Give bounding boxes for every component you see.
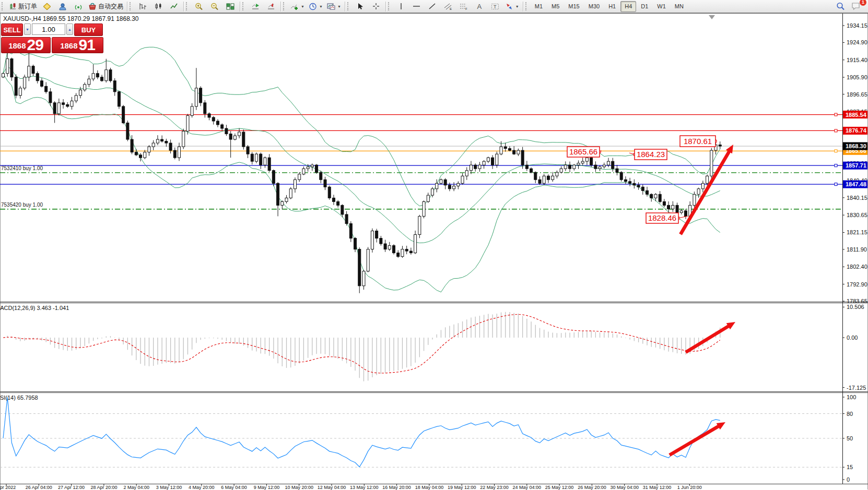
chart-canvas[interactable]: 1934.151924.901915.401905.901896.651887.… (0, 0, 868, 490)
position-label-1[interactable]: 7532410 buy 1.00 (1, 165, 43, 171)
svg-text:1 Jun 20:00: 1 Jun 20:00 (677, 485, 702, 490)
toolbar-grip[interactable] (525, 2, 529, 10)
toolbar-grip[interactable] (388, 2, 392, 10)
tile-windows-button[interactable] (222, 1, 238, 13)
templates-icon (327, 3, 335, 10)
volume-up-button[interactable]: ▲ (66, 23, 73, 35)
svg-text:Apr 2022: Apr 2022 (0, 485, 16, 490)
timeframe-M15[interactable]: M15 (564, 1, 583, 12)
arrows-tool-button[interactable]: ▼ (503, 1, 521, 13)
bar-chart-icon (139, 3, 147, 10)
auto-trading-button[interactable]: 自动交易 (86, 1, 125, 13)
timeframe-MN[interactable]: MN (671, 1, 688, 12)
vertical-line-button[interactable] (393, 1, 409, 13)
channel-icon: E (444, 3, 452, 10)
svg-text:1905.90: 1905.90 (847, 74, 867, 80)
svg-text:4 May 20:00: 4 May 20:00 (189, 485, 215, 490)
buy-price-small: 1868 (60, 40, 77, 52)
svg-text:10 May 20:00: 10 May 20:00 (285, 485, 313, 490)
svg-text:1934.15: 1934.15 (847, 22, 867, 29)
search-button[interactable] (832, 1, 848, 13)
crosshair-button[interactable] (368, 1, 384, 13)
toolbar-separator (183, 2, 184, 11)
svg-text:9 May 12:00: 9 May 12:00 (254, 485, 280, 490)
bar-chart-button[interactable] (135, 1, 150, 13)
zoom-in-button[interactable] (191, 1, 207, 13)
position-label-2[interactable]: 7535420 buy 1.00 (1, 202, 43, 208)
svg-text:10.506: 10.506 (847, 304, 864, 310)
volume-input[interactable] (32, 23, 65, 35)
periods-button[interactable]: ▼ (307, 1, 325, 13)
metaeditor-button[interactable] (39, 1, 55, 13)
timeframe-H1[interactable]: H1 (604, 1, 620, 12)
trendline-button[interactable] (425, 1, 440, 13)
dropdown-caret: ▼ (301, 5, 304, 8)
svg-text:30 May 04:00: 30 May 04:00 (610, 485, 639, 490)
text-label-button[interactable]: T (487, 1, 503, 13)
svg-text:22 May 23:00: 22 May 23:00 (480, 485, 509, 490)
text-icon: A (477, 3, 482, 10)
sell-button[interactable]: SELL (1, 23, 23, 36)
svg-text:1783.65: 1783.65 (847, 298, 867, 304)
timeframe-W1[interactable]: W1 (653, 1, 670, 12)
svg-text:25 May 12:00: 25 May 12:00 (545, 485, 574, 490)
svg-text:1821.15: 1821.15 (847, 229, 867, 235)
volume-down-button[interactable]: ▼ (24, 23, 31, 35)
channel-button[interactable]: E (440, 1, 456, 13)
svg-text:31 May 12:00: 31 May 12:00 (643, 485, 672, 490)
svg-text:1828.46: 1828.46 (648, 213, 676, 222)
horizontal-line-button[interactable] (409, 1, 425, 13)
svg-text:1865.66: 1865.66 (569, 147, 597, 156)
indicators-add-icon (290, 3, 299, 10)
toolbar-grip[interactable] (186, 2, 190, 10)
fibonacci-button[interactable]: F (456, 1, 472, 13)
toolbar-grip[interactable] (242, 2, 246, 10)
buy-price[interactable]: 1868 91 (52, 37, 103, 53)
community-button[interactable] (55, 1, 71, 13)
timeframe-H4[interactable]: H4 (620, 1, 636, 12)
templates-button[interactable]: ▼ (325, 1, 343, 13)
toolbar-grip[interactable] (283, 2, 287, 10)
svg-text:1876.74: 1876.74 (846, 127, 867, 134)
indicators-button[interactable]: ▼ (288, 1, 307, 13)
timeframe-M30[interactable]: M30 (584, 1, 604, 12)
toolbar-grip[interactable] (130, 2, 133, 10)
notification-badge: 1 (860, 0, 866, 6)
line-chart-button[interactable] (166, 1, 182, 13)
toolbar-separator (240, 2, 240, 11)
toolbar-grip[interactable] (2, 2, 5, 10)
zoom-out-icon (210, 3, 219, 10)
timeframe-M1[interactable]: M1 (531, 1, 547, 12)
svg-text:24 May 04:00: 24 May 04:00 (513, 485, 542, 490)
candle-chart-button[interactable] (150, 1, 166, 13)
buy-button[interactable]: BUY (74, 23, 103, 36)
svg-text:28 Apr 20:00: 28 Apr 20:00 (90, 485, 117, 490)
new-order-button[interactable]: 新订单 (7, 1, 39, 13)
sell-price[interactable]: 1868 29 (1, 37, 51, 53)
svg-text:50: 50 (847, 435, 853, 441)
signals-button[interactable] (71, 1, 86, 13)
chart-shift-button[interactable] (263, 1, 279, 13)
toolbar-separator (280, 2, 281, 11)
buy-price-big: 91 (79, 37, 95, 52)
timeframe-D1[interactable]: D1 (637, 1, 652, 12)
toolbar-grip[interactable] (347, 2, 351, 10)
zoom-out-button[interactable] (207, 1, 222, 13)
timeframe-M5[interactable]: M5 (547, 1, 564, 12)
auto-scroll-button[interactable] (248, 1, 263, 13)
tile-windows-icon (226, 3, 234, 10)
svg-text:1847.48: 1847.48 (846, 181, 866, 187)
chat-button[interactable]: 1 (848, 1, 864, 13)
new-order-icon (9, 3, 17, 10)
text-button[interactable]: A (472, 1, 487, 13)
cursor-button[interactable] (353, 1, 368, 13)
svg-text:12 May 04:00: 12 May 04:00 (318, 485, 346, 490)
svg-text:1840.15: 1840.15 (847, 195, 867, 201)
svg-text:1857.71: 1857.71 (846, 162, 866, 169)
svg-text:0.00: 0.00 (847, 334, 858, 341)
svg-text:13 May 12:00: 13 May 12:00 (350, 485, 379, 490)
sell-price-big: 29 (27, 37, 43, 52)
fibonacci-icon: F (460, 3, 468, 10)
svg-text:T: T (494, 4, 497, 9)
svg-text:2 May 04:00: 2 May 04:00 (123, 485, 149, 490)
